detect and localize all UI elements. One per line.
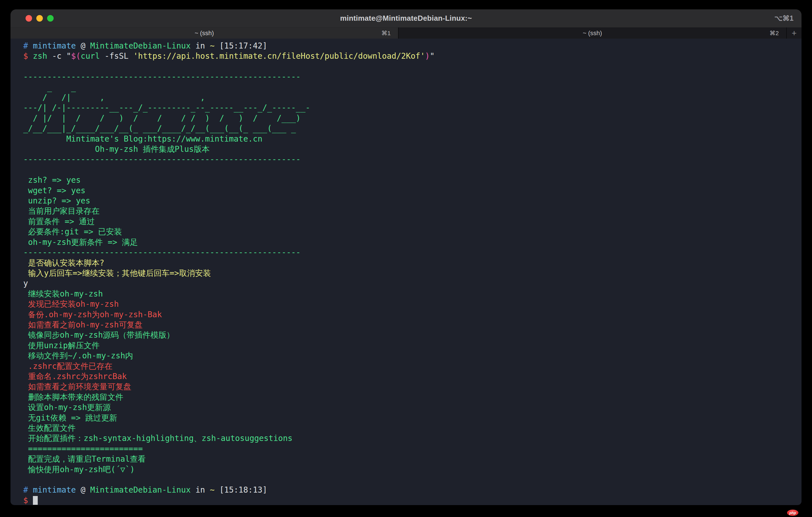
terminal-line: .zshrc配置文件已存在	[23, 361, 802, 371]
tab-shortcut-badge: ⌘2	[770, 30, 779, 37]
php-watermark-badge: php	[787, 510, 799, 516]
terminal-line: Mintimate's Blog:https://www.mintimate.c…	[23, 134, 802, 144]
window-titlebar[interactable]: mintimate@MintimateDebian-Linux:~ ⌥⌘1	[10, 9, 802, 27]
terminal-line: # mintimate @ MintimateDebian-Linux in ~…	[23, 485, 802, 495]
terminal-line: 输入y后回车=>继续安装；其他键后回车=>取消安装	[23, 268, 802, 278]
traffic-lights	[26, 9, 54, 27]
terminal-line: 配置完成，请重启Terminal查看	[23, 454, 802, 464]
terminal-line: 重命名.zshrc为zshrcBak	[23, 371, 802, 382]
terminal-line	[23, 475, 802, 485]
terminal-line: 必要条件:git => 已安装	[23, 227, 802, 237]
terminal-line: 发现已经安装oh-my-zsh	[23, 299, 802, 309]
tab-bar: ~ (ssh) ⌘1 ~ (ssh) ⌘2 +	[10, 27, 802, 38]
terminal-line: 如需查看之前oh-my-zsh可复盘	[23, 320, 802, 330]
terminal-line: 镜像同步oh-my-zsh源码（带插件模版）	[23, 330, 802, 340]
terminal-line: _ _	[23, 82, 802, 92]
terminal-line: 愉快使用oh-my-zsh吧(´▽`)	[23, 464, 802, 475]
terminal-line: _/__/___|_/____/___/__(_ ___/____/_/__(_…	[23, 123, 802, 134]
window-title: mintimate@MintimateDebian-Linux:~	[10, 14, 802, 23]
terminal-line: oh-my-zsh更新条件 => 满足	[23, 237, 802, 248]
close-window-button[interactable]	[26, 15, 32, 22]
terminal-line	[23, 62, 802, 72]
terminal-line	[23, 165, 802, 175]
tab-shortcut-badge: ⌘1	[381, 30, 391, 37]
terminal-line: unzip? => yes	[23, 196, 802, 206]
terminal-line: $ zsh -c "$(curl -fsSL 'https://api.host…	[23, 51, 802, 61]
terminal-output: # mintimate @ MintimateDebian-Linux in ~…	[23, 41, 802, 505]
terminal-cursor	[33, 496, 38, 505]
terminal-line: 如需查看之前环境变量可复盘	[23, 382, 802, 392]
tab-ssh-2[interactable]: ~ (ssh) ⌘2	[398, 28, 786, 38]
terminal-line: zsh? => yes	[23, 175, 802, 185]
terminal-line: 使用unzip解压文件	[23, 341, 802, 351]
terminal-line: ----------------------------------------…	[23, 154, 802, 165]
terminal-line: 移动文件到~/.oh-my-zsh内	[23, 351, 802, 361]
terminal-line: ----------------------------------------…	[23, 248, 802, 258]
maximize-window-button[interactable]	[47, 15, 54, 22]
tab-ssh-1[interactable]: ~ (ssh) ⌘1	[10, 28, 398, 38]
terminal-line: ----------------------------------------…	[23, 72, 802, 82]
terminal-line: 开始配置插件：zsh-syntax-highlighting、zsh-autos…	[23, 433, 802, 443]
terminal-line: wget? => yes	[23, 185, 802, 196]
terminal-line: 是否确认安装本脚本?	[23, 258, 802, 268]
terminal-line: 备份.oh-my-zsh为oh-my-zsh-Bak	[23, 310, 802, 320]
minimize-window-button[interactable]	[36, 15, 43, 22]
terminal-line: 前置条件 => 通过	[23, 217, 802, 227]
terminal-line: $	[23, 495, 802, 505]
new-tab-button[interactable]: +	[786, 28, 802, 38]
terminal-line: ---/| /-|---------__---_/_---------_--_-…	[23, 103, 802, 113]
tab-label: ~ (ssh)	[195, 30, 214, 37]
terminal-line: 生效配置文件	[23, 423, 802, 433]
terminal-line: 继续安装oh-my-zsh	[23, 289, 802, 299]
terminal-line: 当前用户家目录存在	[23, 206, 802, 216]
terminal-line: 删除本脚本带来的残留文件	[23, 392, 802, 402]
terminal-line: ========================	[23, 444, 802, 454]
window-shortcut-hint: ⌥⌘1	[774, 9, 793, 27]
terminal-window: mintimate@MintimateDebian-Linux:~ ⌥⌘1 ~ …	[10, 9, 802, 505]
terminal-line: 设置oh-my-zsh更新源	[23, 402, 802, 412]
terminal-content[interactable]: # mintimate @ MintimateDebian-Linux in ~…	[10, 38, 802, 505]
tab-label: ~ (ssh)	[583, 30, 602, 37]
terminal-line: # mintimate @ MintimateDebian-Linux in ~…	[23, 41, 802, 51]
terminal-line: 无git依赖 => 跳过更新	[23, 413, 802, 423]
terminal-line: / |/ | / / ) / / / / ) / ) / /___)	[23, 113, 802, 123]
terminal-line: y	[23, 278, 802, 289]
terminal-line: Oh-my-zsh 插件集成Plus版本	[23, 144, 802, 154]
terminal-line: / /| , ,	[23, 92, 802, 103]
